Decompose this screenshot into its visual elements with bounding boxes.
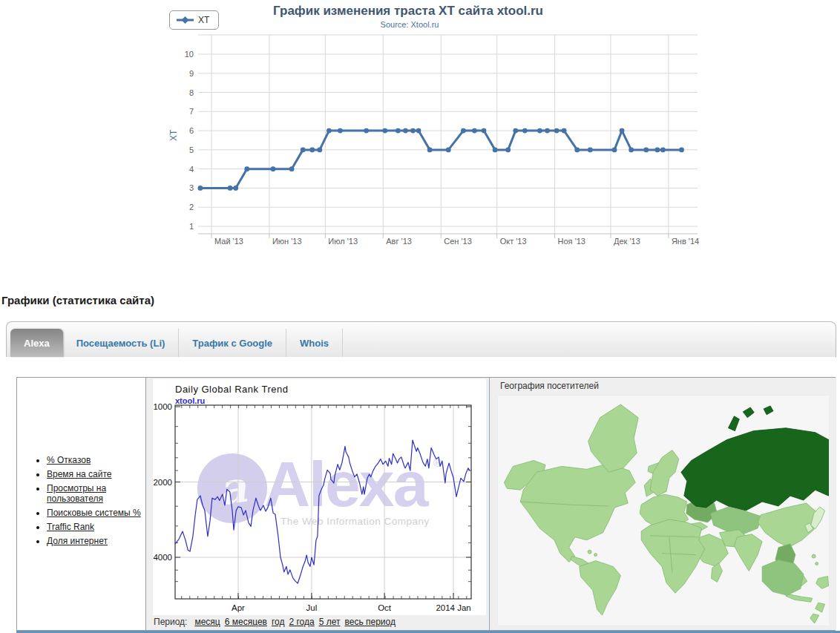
tab-трафик-с-google[interactable]: Трафик с Google — [179, 329, 286, 357]
svg-text:Май '13: Май '13 — [214, 237, 243, 246]
svg-text:7: 7 — [189, 107, 194, 116]
geo-map-title: География посетителей — [500, 381, 599, 391]
svg-text:Ноя '13: Ноя '13 — [558, 237, 585, 246]
svg-text:8: 8 — [189, 88, 194, 97]
svg-text:XT: XT — [168, 129, 179, 141]
list-item: Поисковые системы % — [47, 508, 145, 518]
alexa-metric-link[interactable]: Доля интернет — [47, 536, 108, 546]
country-scandinavia — [650, 450, 679, 496]
list-item: Доля интернет — [47, 536, 145, 546]
country-new-zealand — [810, 603, 825, 623]
alexa-rank-chart: AprJulOct2014 Jan100020004000 — [153, 379, 486, 615]
svg-text:Дек '13: Дек '13 — [614, 237, 640, 246]
list-item: Просмотры на пользователя — [47, 483, 145, 504]
page: График изменения траста XT сайта xtool.r… — [0, 0, 840, 633]
alexa-metric-link[interactable]: Время на сайте — [47, 469, 111, 479]
svg-text:1000: 1000 — [153, 402, 172, 411]
tab-посещаемость-li-[interactable]: Посещаемость (Li) — [63, 329, 180, 357]
svg-text:Янв '14: Янв '14 — [672, 237, 699, 246]
period-link[interactable]: весь период — [344, 617, 395, 627]
country-new-guinea — [816, 576, 829, 588]
svg-text:Apr: Apr — [232, 603, 245, 612]
alexa-metric-link[interactable]: Traffic Rank — [47, 522, 94, 532]
svg-text:1: 1 — [189, 222, 194, 231]
rank-chart-box: a Alexa ® The Web Information Company Ap… — [153, 379, 486, 615]
svg-text:Авг '13: Авг '13 — [386, 237, 412, 246]
period-link[interactable]: год — [272, 617, 285, 627]
period-link[interactable]: месяц — [194, 617, 220, 627]
svg-text:2000: 2000 — [153, 478, 172, 487]
period-link[interactable]: 5 лет — [319, 617, 341, 627]
list-item: % Отказов — [47, 455, 145, 465]
svg-text:Oct: Oct — [378, 603, 392, 612]
period-label: Период: — [154, 617, 187, 627]
list-item: Traffic Rank — [47, 522, 145, 532]
tab-whois[interactable]: Whois — [286, 329, 343, 357]
svg-text:4000: 4000 — [153, 553, 172, 562]
country-philippines — [812, 554, 816, 558]
svg-text:6: 6 — [189, 126, 194, 135]
country-south-america — [580, 561, 621, 616]
svg-text:3: 3 — [189, 183, 194, 192]
svg-text:Сен '13: Сен '13 — [444, 237, 472, 246]
svg-text:4: 4 — [189, 165, 194, 174]
svg-text:9: 9 — [189, 69, 194, 78]
tab-list: AlexaПосещаемость (Li)Трафик с GoogleWho… — [10, 329, 343, 357]
alexa-metric-link[interactable]: Просмотры на пользователя — [47, 483, 106, 504]
svg-text:5: 5 — [189, 145, 194, 154]
alexa-metric-link[interactable]: Поисковые системы % — [47, 508, 141, 518]
svg-text:10: 10 — [185, 50, 194, 59]
world-map-svg — [498, 396, 829, 626]
list-item: Время на сайте — [47, 469, 145, 479]
country-india — [734, 534, 762, 571]
tab-alexa[interactable]: Alexa — [10, 329, 63, 357]
tab-bar: AlexaПосещаемость (Li)Трафик с GoogleWho… — [6, 321, 836, 357]
svg-text:Jul: Jul — [306, 603, 318, 612]
country-africa — [641, 519, 704, 593]
period-selector: Период:месяц6 месяцевгод2 года5 летвесь … — [154, 617, 400, 627]
section-heading: Графики (статистика сайта) — [1, 294, 154, 306]
alexa-metric-links: % ОтказовВремя на сайтеПросмотры на поль… — [17, 378, 145, 546]
svg-text:Июл '13: Июл '13 — [328, 237, 358, 246]
world-map — [497, 395, 830, 626]
alexa-metric-link[interactable]: % Отказов — [47, 455, 91, 465]
svg-text:Июн '13: Июн '13 — [272, 237, 302, 246]
rank-chart-title: Daily Global Rank Trend — [175, 384, 288, 395]
period-link[interactable]: 2 года — [289, 617, 314, 627]
country-north-america — [520, 463, 635, 562]
rank-chart-cell: a Alexa ® The Web Information Company Ap… — [145, 378, 489, 630]
svg-text:2: 2 — [189, 203, 194, 211]
country-russia — [681, 428, 829, 511]
country-russia-islands — [728, 406, 773, 431]
country-australia — [762, 560, 804, 596]
country-java — [786, 594, 813, 602]
svg-text:Окт '13: Окт '13 — [500, 237, 527, 246]
country-madagascar — [712, 563, 723, 583]
alexa-links-cell: % ОтказовВремя на сайтеПросмотры на поль… — [17, 378, 145, 630]
rank-chart-site-label: xtool.ru — [175, 396, 205, 405]
xt-trend-chart: 12345678910Май '13Июн '13Июл '13Авг '13С… — [0, 0, 840, 252]
geo-map-cell: География посетителей — [489, 378, 836, 630]
country-greenland — [588, 404, 639, 472]
period-link[interactable]: 6 месяцев — [225, 617, 267, 627]
alexa-tab-panel: % ОтказовВремя на сайтеПросмотры на поль… — [16, 377, 836, 631]
svg-text:2014 Jan: 2014 Jan — [436, 603, 470, 612]
